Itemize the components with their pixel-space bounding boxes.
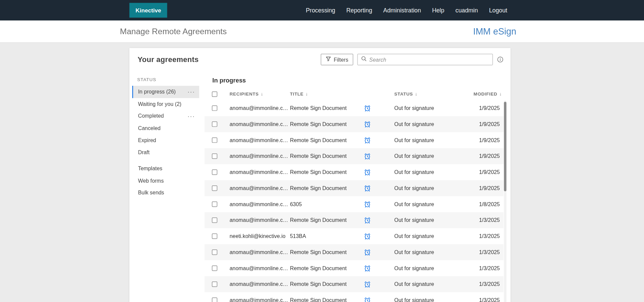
topnav-item[interactable]: Processing — [306, 7, 335, 14]
sidebar-item[interactable]: Web forms ··· — [132, 175, 199, 187]
table-row[interactable]: anomau@immonline.com 6305 Out for signat… — [205, 196, 503, 212]
column-header-status[interactable]: STATUS ↓ — [392, 92, 474, 97]
topnav-item[interactable]: Reporting — [346, 7, 372, 14]
sidebar-item[interactable]: In progress (26) ··· — [132, 86, 199, 98]
row-title: Remote Sign Document — [290, 281, 362, 287]
filter-funnel-icon — [326, 56, 331, 63]
row-reminder-cell — [362, 169, 392, 176]
row-title: Remote Sign Document — [290, 249, 362, 255]
row-checkbox[interactable] — [212, 249, 217, 255]
column-label-status: STATUS — [394, 92, 413, 97]
table-row[interactable]: anomau@immonline.com Remote Sign Documen… — [205, 276, 503, 292]
row-title: Remote Sign Document — [290, 217, 362, 223]
page-header-inner: Manage Remote Agreements IMM eSign — [120, 26, 517, 37]
topnav-item[interactable]: cuadmin — [455, 7, 478, 14]
row-recipient: anomau@immonline.com — [229, 105, 290, 111]
row-title: Remote Sign Document — [290, 185, 362, 191]
table-section-title: In progress — [212, 77, 511, 84]
search-box[interactable] — [357, 54, 493, 65]
table-row[interactable]: anomau@immonline.com Remote Sign Documen… — [205, 148, 503, 164]
reminder-clock-icon[interactable] — [364, 281, 371, 288]
reminder-clock-icon[interactable] — [364, 265, 371, 272]
table-row[interactable]: anomau@immonline.com Remote Sign Documen… — [205, 164, 503, 180]
kinective-logo[interactable]: Kinective — [129, 3, 167, 18]
row-status: Out for signature — [392, 217, 474, 223]
row-checkbox[interactable] — [212, 282, 217, 287]
row-checkbox[interactable] — [212, 121, 217, 127]
table-row[interactable]: anomau@immonline.com Remote Sign Documen… — [205, 260, 503, 276]
row-recipient: anomau@immonline.com — [229, 185, 290, 191]
row-title: Remote Sign Document — [290, 121, 362, 127]
table-row[interactable]: anomau@immonline.com Remote Sign Documen… — [205, 116, 503, 132]
table-row[interactable]: anomau@immonline.com Remote Sign Documen… — [205, 100, 503, 116]
sidebar-item[interactable]: Templates ··· — [132, 163, 199, 175]
row-status: Out for signature — [392, 281, 474, 287]
row-checkbox[interactable] — [212, 298, 217, 302]
row-checkbox[interactable] — [212, 106, 217, 111]
sidebar-item[interactable]: Bulk sends ··· — [132, 187, 199, 199]
table-row[interactable]: anomau@immonline.com Remote Sign Documen… — [205, 244, 503, 260]
sidebar-item[interactable]: Waiting for you (2) ··· — [132, 98, 199, 110]
item-menu-icon[interactable]: ··· — [187, 90, 195, 94]
row-checkbox[interactable] — [212, 154, 217, 159]
table-row[interactable]: anomau@immonline.com Remote Sign Documen… — [205, 132, 503, 148]
panel-title: Your agreements — [138, 55, 199, 64]
reminder-clock-icon[interactable] — [364, 169, 371, 176]
row-check-cell — [205, 137, 230, 143]
row-status: Out for signature — [392, 297, 474, 302]
table-scrollbar-track[interactable] — [504, 101, 506, 302]
reminder-clock-icon[interactable] — [364, 153, 371, 160]
row-modified: 1/8/2025 — [474, 201, 503, 207]
sidebar-item-label: Completed — [138, 113, 164, 119]
reminder-clock-icon[interactable] — [364, 105, 371, 112]
row-checkbox[interactable] — [212, 137, 217, 143]
sidebar-item-label: Templates — [138, 166, 162, 172]
reminder-clock-icon[interactable] — [364, 297, 371, 302]
reminder-clock-icon[interactable] — [364, 121, 371, 128]
reminder-clock-icon[interactable] — [364, 201, 371, 208]
info-icon[interactable] — [497, 56, 504, 63]
row-status: Out for signature — [392, 185, 474, 191]
reminder-clock-icon[interactable] — [364, 137, 371, 144]
row-status: Out for signature — [392, 201, 474, 207]
sidebar-item[interactable]: Canceled ··· — [132, 122, 199, 134]
row-status: Out for signature — [392, 121, 474, 127]
row-reminder-cell — [362, 297, 392, 302]
reminder-clock-icon[interactable] — [364, 233, 371, 240]
item-menu-icon[interactable]: ··· — [187, 114, 195, 118]
filters-button[interactable]: Filters — [321, 54, 353, 65]
column-label-title: TITLE — [290, 92, 303, 97]
sidebar-item[interactable]: Expired ··· — [132, 134, 199, 146]
row-checkbox[interactable] — [212, 185, 217, 191]
sidebar-item[interactable]: Completed ··· — [132, 110, 199, 122]
sidebar-item-label: Canceled — [138, 125, 160, 131]
row-check-cell — [205, 249, 230, 255]
row-recipient: anomau@immonline.com — [229, 217, 290, 223]
table-row[interactable]: anomau@immonline.com Remote Sign Documen… — [205, 292, 503, 302]
topnav-item[interactable]: Help — [432, 7, 444, 14]
topnav-item[interactable]: Administration — [383, 7, 421, 14]
row-status: Out for signature — [392, 137, 474, 143]
table-row[interactable]: neeti.kohli@kinective.io 513BA Out for s… — [205, 228, 503, 244]
table-row[interactable]: anomau@immonline.com Remote Sign Documen… — [205, 212, 503, 228]
row-checkbox[interactable] — [212, 218, 217, 223]
table-row[interactable]: anomau@immonline.com Remote Sign Documen… — [205, 180, 503, 196]
sidebar-item[interactable]: Draft ··· — [132, 146, 199, 159]
row-checkbox[interactable] — [212, 234, 217, 239]
reminder-clock-icon[interactable] — [364, 217, 371, 224]
column-header-title[interactable]: TITLE ↓ — [290, 92, 362, 97]
search-input[interactable] — [369, 56, 489, 62]
row-checkbox[interactable] — [212, 170, 217, 175]
table-scrollbar-thumb[interactable] — [504, 102, 506, 191]
row-checkbox[interactable] — [212, 201, 217, 207]
column-header-recipients[interactable]: RECIPIENTS ↓ — [229, 92, 290, 97]
row-modified: 1/9/2025 — [474, 121, 503, 127]
status-list: In progress (26) ··· Waiting for you (2)… — [132, 86, 199, 159]
row-reminder-cell — [362, 153, 392, 160]
topnav-item[interactable]: Logout — [489, 7, 507, 14]
reminder-clock-icon[interactable] — [364, 185, 371, 192]
row-checkbox[interactable] — [212, 265, 217, 271]
column-header-modified[interactable]: MODIFIED ↓ — [474, 92, 505, 97]
reminder-clock-icon[interactable] — [364, 249, 371, 256]
select-all-checkbox[interactable] — [212, 91, 217, 97]
